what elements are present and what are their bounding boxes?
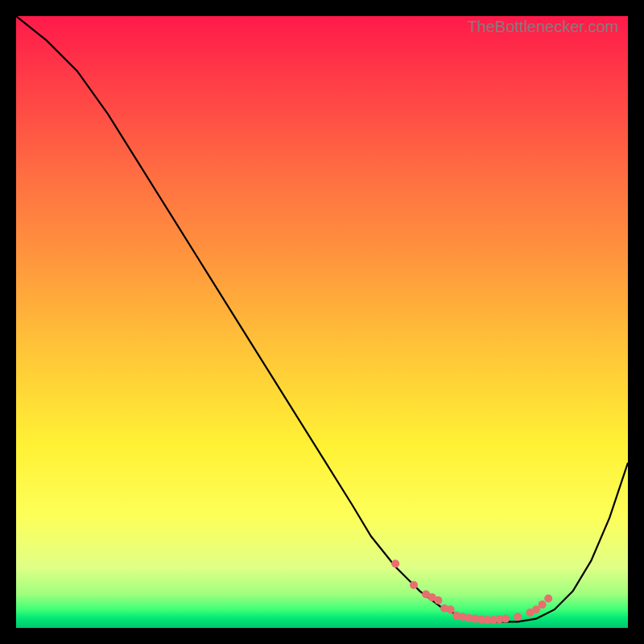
dot-point [391,559,399,568]
dot-point [544,595,552,603]
dot-point [502,615,510,623]
dot-point [539,601,547,609]
dot-point [410,581,418,589]
chart-background [16,16,628,628]
dot-point [434,597,442,605]
dot-point [514,613,522,621]
chart-frame: TheBottlenecker.com [16,16,628,628]
watermark-text: TheBottlenecker.com [467,18,618,36]
dot-point [447,605,455,613]
chart-svg [16,16,628,628]
